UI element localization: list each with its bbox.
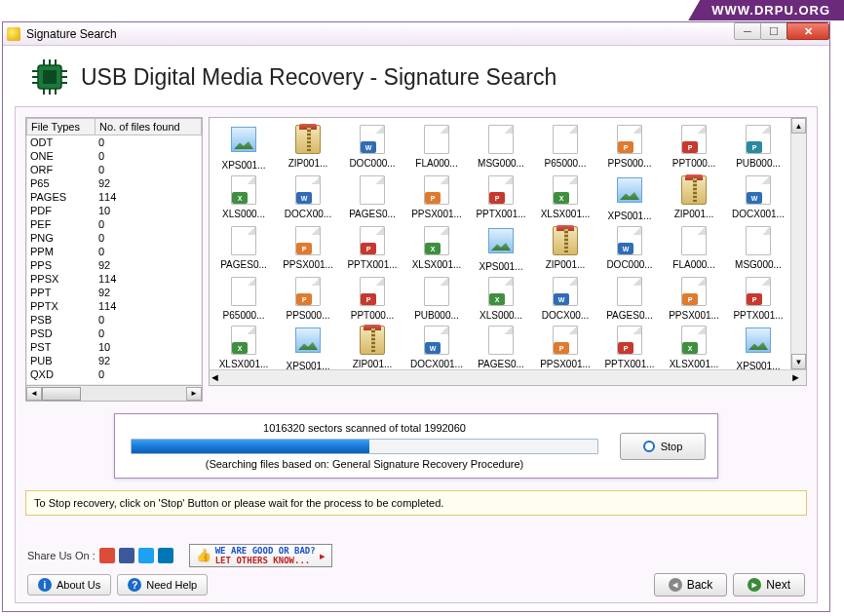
- table-row[interactable]: PPS92: [26, 258, 202, 272]
- table-row[interactable]: PPT92: [26, 286, 202, 299]
- twitter-icon[interactable]: [138, 548, 154, 563]
- file-item[interactable]: PPUB000...: [726, 122, 790, 173]
- close-button[interactable]: ✕: [786, 22, 829, 40]
- file-item[interactable]: PPPT000...: [340, 274, 404, 323]
- file-item[interactable]: XXLS000...: [211, 173, 276, 223]
- file-item[interactable]: PAGES0...: [211, 223, 276, 274]
- need-help-button[interactable]: ? Need Help: [117, 574, 208, 596]
- file-item[interactable]: PAGES0...: [340, 173, 404, 223]
- scroll-right-icon[interactable]: ►: [790, 371, 806, 385]
- scroll-left-icon[interactable]: ◄: [210, 371, 225, 385]
- rate-us-button[interactable]: 👍 WE ARE GOOD OR BAD? LET OTHERS KNOW...…: [189, 544, 332, 567]
- table-row[interactable]: P6592: [26, 176, 202, 190]
- file-item[interactable]: PAGES0...: [469, 323, 533, 369]
- back-button[interactable]: ◄ Back: [654, 573, 728, 597]
- file-item[interactable]: WDOCX00...: [533, 274, 597, 323]
- file-type-icon: [292, 327, 324, 359]
- scroll-left-icon[interactable]: ◄: [26, 387, 42, 401]
- file-item[interactable]: XPS001...: [726, 323, 790, 369]
- file-item[interactable]: PPPTX001...: [597, 323, 662, 369]
- google-plus-icon[interactable]: [99, 548, 115, 563]
- file-item[interactable]: XPS001...: [276, 323, 340, 369]
- file-item[interactable]: PPPSX001...: [276, 223, 340, 274]
- back-arrow-icon: ◄: [669, 578, 682, 592]
- file-item[interactable]: PPPT000...: [662, 122, 726, 173]
- file-item[interactable]: XPS001...: [597, 173, 662, 223]
- minimize-button[interactable]: ─: [734, 22, 761, 40]
- file-item-label: XLSX001...: [406, 259, 467, 270]
- file-item[interactable]: ZIP001...: [662, 173, 726, 223]
- file-types-table[interactable]: File Types No. of files found ODT0ONE0OR…: [25, 117, 203, 386]
- file-item[interactable]: P65000...: [211, 274, 276, 323]
- linkedin-icon[interactable]: [158, 548, 173, 563]
- file-item[interactable]: WDOCX00...: [276, 173, 340, 223]
- file-item[interactable]: PPPTX001...: [726, 274, 790, 323]
- table-row[interactable]: PAGES114: [26, 190, 202, 204]
- file-item[interactable]: XXLSX001...: [211, 323, 276, 369]
- title-bar[interactable]: Signature Search ─ ☐ ✕: [3, 22, 829, 46]
- file-item[interactable]: PPPS000...: [597, 122, 662, 173]
- about-us-button[interactable]: i About Us: [27, 574, 111, 596]
- file-item[interactable]: P65000...: [533, 122, 597, 173]
- table-row[interactable]: PPSX114: [26, 272, 202, 286]
- table-row[interactable]: PEF0: [26, 217, 202, 231]
- file-item[interactable]: XXLSX001...: [662, 323, 726, 369]
- file-item[interactable]: MSG000...: [469, 122, 533, 173]
- table-row[interactable]: ORF0: [26, 163, 202, 176]
- file-item[interactable]: XXLS000...: [469, 274, 533, 323]
- file-item[interactable]: XPS001...: [211, 122, 276, 173]
- table-row[interactable]: QXD0: [26, 367, 202, 381]
- file-item[interactable]: PPPTX001...: [469, 173, 533, 223]
- website-ribbon[interactable]: WWW.DRPU.ORG: [688, 0, 844, 20]
- file-item[interactable]: XXLSX001...: [404, 223, 469, 274]
- file-item[interactable]: PPPSX001...: [404, 173, 469, 223]
- col-file-types[interactable]: File Types: [27, 119, 96, 135]
- file-item[interactable]: XPS001...: [469, 223, 533, 274]
- file-item[interactable]: MSG000...: [726, 223, 790, 274]
- scroll-down-icon[interactable]: ▼: [791, 354, 806, 369]
- file-item[interactable]: PPPSX001...: [662, 274, 726, 323]
- table-row[interactable]: ONE0: [26, 149, 202, 163]
- thumbs-up-icon: 👍: [196, 551, 211, 560]
- file-type-icon: X: [228, 175, 259, 207]
- table-row[interactable]: PDF10: [26, 204, 202, 217]
- scroll-up-icon[interactable]: ▲: [791, 118, 806, 134]
- file-item[interactable]: PPPS000...: [276, 274, 340, 323]
- file-type-icon: W: [614, 226, 645, 257]
- table-h-scrollbar[interactable]: ◄ ►: [25, 386, 203, 402]
- facebook-icon[interactable]: [119, 548, 134, 563]
- grid-h-scrollbar[interactable]: ◄ ►: [210, 369, 806, 385]
- file-item[interactable]: WDOCX001...: [404, 323, 469, 369]
- table-row[interactable]: ODT0: [26, 135, 202, 149]
- file-item-label: PUB000...: [406, 310, 467, 321]
- col-files-found[interactable]: No. of files found: [96, 119, 202, 135]
- table-row[interactable]: PPTX114: [26, 299, 202, 313]
- file-item[interactable]: XXLSX001...: [533, 173, 597, 223]
- file-item[interactable]: PPPTX001...: [340, 223, 404, 274]
- file-item[interactable]: PPPSX001...: [533, 323, 597, 369]
- file-item[interactable]: PUB000...: [404, 274, 469, 323]
- file-item[interactable]: FLA000...: [404, 122, 469, 173]
- scroll-right-icon[interactable]: ►: [186, 387, 202, 401]
- file-item[interactable]: ZIP001...: [340, 323, 404, 369]
- table-row[interactable]: PNG0: [26, 231, 202, 245]
- table-row[interactable]: PSD0: [26, 327, 202, 340]
- maximize-button[interactable]: ☐: [760, 22, 787, 40]
- file-item[interactable]: FLA000...: [662, 223, 726, 274]
- stop-button[interactable]: Stop: [620, 433, 706, 460]
- results-icon-grid[interactable]: XPS001...ZIP001...WDOC000...FLA000...MSG…: [209, 117, 807, 386]
- file-item[interactable]: WDOC000...: [340, 122, 404, 173]
- file-item[interactable]: WDOCX001...: [726, 173, 790, 223]
- file-item-label: ZIP001...: [664, 209, 724, 219]
- table-row[interactable]: PPM0: [26, 245, 202, 258]
- file-item[interactable]: WDOC000...: [597, 223, 662, 274]
- table-row[interactable]: PST10: [26, 340, 202, 354]
- table-row[interactable]: PSB0: [26, 313, 202, 327]
- table-row[interactable]: PUB92: [26, 354, 202, 367]
- file-item-label: PAGES0...: [213, 259, 274, 270]
- file-item[interactable]: PAGES0...: [597, 274, 662, 323]
- grid-v-scrollbar[interactable]: ▲ ▼: [790, 118, 806, 369]
- file-item[interactable]: ZIP001...: [276, 122, 340, 173]
- next-button[interactable]: ► Next: [733, 573, 805, 597]
- file-item[interactable]: ZIP001...: [533, 223, 597, 274]
